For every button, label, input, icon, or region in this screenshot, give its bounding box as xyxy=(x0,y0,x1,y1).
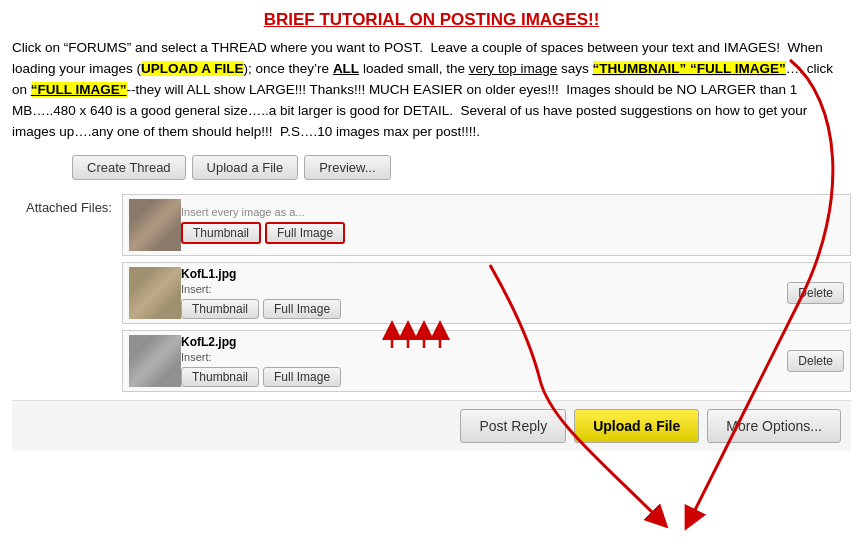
upload-file-bottom-button[interactable]: Upload a File xyxy=(574,409,699,443)
file-item-3: KofL2.jpg Insert: Thumbnail Full Image D… xyxy=(122,330,851,392)
file-thumbnail-3 xyxy=(129,335,181,387)
insert-buttons-3: Thumbnail Full Image xyxy=(181,367,777,387)
thumbnail-btn-1[interactable]: Thumbnail xyxy=(181,222,261,244)
toolbar-row: Create Thread Upload a File Preview... xyxy=(12,155,851,180)
file-insert-label-2: Insert: xyxy=(181,283,777,295)
thumbnail-btn-2[interactable]: Thumbnail xyxy=(181,299,259,319)
file-thumbnail-2 xyxy=(129,267,181,319)
file-info-1: Insert every image as a... Thumbnail Ful… xyxy=(181,206,844,244)
all-underline: ALL xyxy=(333,61,359,76)
delete-btn-2[interactable]: Delete xyxy=(787,282,844,304)
bottom-toolbar: Post Reply Upload a File More Options... xyxy=(12,400,851,451)
full-image-highlight: “FULL IMAGE” xyxy=(31,82,127,97)
fullimage-btn-3[interactable]: Full Image xyxy=(263,367,341,387)
insert-buttons-1: Thumbnail Full Image xyxy=(181,222,844,244)
insert-buttons-2: Thumbnail Full Image xyxy=(181,299,777,319)
attached-label: Attached Files: xyxy=(12,194,122,215)
tutorial-text: Click on “FORUMS” and select a THREAD wh… xyxy=(12,38,851,143)
upload-inline-highlight: UPLOAD A FILE xyxy=(141,61,244,76)
file-name-2: KofL1.jpg xyxy=(181,267,777,281)
post-reply-button[interactable]: Post Reply xyxy=(460,409,566,443)
page-container: BRIEF TUTORIAL ON POSTING IMAGES!! Click… xyxy=(0,0,863,552)
file-insert-label-3: Insert: xyxy=(181,351,777,363)
upload-file-button[interactable]: Upload a File xyxy=(192,155,299,180)
fullimage-btn-1[interactable]: Full Image xyxy=(265,222,345,244)
file-placeholder-text-1: Insert every image as a... xyxy=(181,206,844,218)
file-item-2: KofL1.jpg Insert: Thumbnail Full Image D… xyxy=(122,262,851,324)
file-info-2: KofL1.jpg Insert: Thumbnail Full Image xyxy=(181,267,777,319)
file-info-3: KofL2.jpg Insert: Thumbnail Full Image xyxy=(181,335,777,387)
fullimage-btn-2[interactable]: Full Image xyxy=(263,299,341,319)
files-list: Insert every image as a... Thumbnail Ful… xyxy=(122,194,851,392)
thumbnail-btn-3[interactable]: Thumbnail xyxy=(181,367,259,387)
delete-btn-3[interactable]: Delete xyxy=(787,350,844,372)
thumbnail-full-highlight: “THUMBNAIL” “FULL IMAGE” xyxy=(593,61,786,76)
file-item-1: Insert every image as a... Thumbnail Ful… xyxy=(122,194,851,256)
tutorial-title: BRIEF TUTORIAL ON POSTING IMAGES!! xyxy=(12,10,851,30)
create-thread-button[interactable]: Create Thread xyxy=(72,155,186,180)
preview-button[interactable]: Preview... xyxy=(304,155,390,180)
attached-section: Attached Files: Insert every image as a.… xyxy=(12,194,851,392)
more-options-button[interactable]: More Options... xyxy=(707,409,841,443)
file-name-3: KofL2.jpg xyxy=(181,335,777,349)
very-top-text: very top image xyxy=(469,61,558,76)
file-thumbnail-1 xyxy=(129,199,181,251)
